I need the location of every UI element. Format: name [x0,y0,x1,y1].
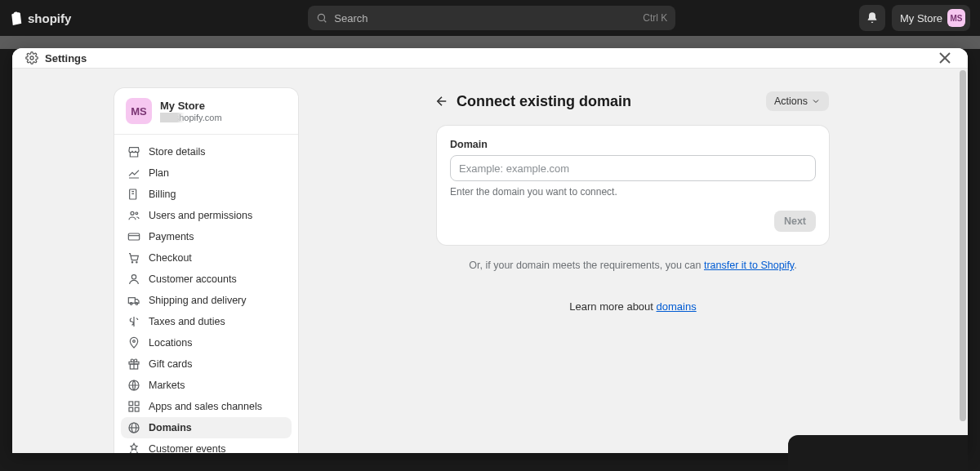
domains-help-link[interactable]: domains [657,300,697,313]
shipping-icon [127,294,140,307]
nav-label: Plan [149,167,169,179]
svg-line-1 [324,20,327,23]
store-url: .myshopify.com [160,113,222,122]
settings-nav: Store detailsPlanBillingUsers and permis… [114,135,298,453]
nav-label: Locations [149,337,193,349]
nav-label: Users and permissions [149,210,252,221]
nav-label: Checkout [149,252,192,264]
brand-logo[interactable]: shopify [10,11,71,25]
nav-label: Markets [149,380,185,391]
nav-label: Shipping and delivery [149,295,247,306]
nav-label: Apps and sales channels [149,401,262,412]
events-icon [127,442,140,453]
nav-label: Payments [149,231,194,242]
svg-rect-26 [135,407,139,411]
close-button[interactable] [935,48,955,68]
store-switcher[interactable]: My Store MS [892,5,970,31]
notifications-button[interactable] [859,5,885,31]
global-search[interactable]: Search Ctrl K [308,6,675,30]
page-title: Connect existing domain [457,93,631,110]
nav-label: Billing [149,189,176,200]
nav-label: Gift cards [149,358,193,370]
svg-point-18 [133,340,136,343]
plan-icon [127,167,140,180]
nav-item-store[interactable]: Store details [121,141,292,162]
sub-bar [0,36,980,49]
chevron-down-icon [811,96,821,106]
store-avatar: MS [126,98,152,124]
domain-input[interactable] [450,155,816,181]
nav-item-markets[interactable]: Markets [121,375,292,396]
locations-icon [127,336,140,349]
bottom-widget [788,435,968,471]
store-name-label: My Store [900,12,942,24]
svg-rect-5 [130,189,136,199]
top-bar: shopify Search Ctrl K My Store MS [0,0,980,36]
svg-point-13 [136,262,137,263]
next-button[interactable]: Next [774,211,816,232]
users-icon [127,209,140,222]
store-avatar-small: MS [947,9,965,27]
transfer-hint: Or, if your domain meets the requirement… [437,260,829,271]
markets-icon [127,379,140,392]
brand-name: shopify [28,11,71,25]
nav-item-events[interactable]: Customer events [121,438,292,453]
taxes-icon [127,315,140,328]
gift-icon [127,358,140,371]
domain-field-label: Domain [450,139,816,150]
search-placeholder: Search [334,12,368,24]
scrollbar-thumb[interactable] [960,70,966,421]
customer-icon [127,273,140,286]
svg-point-16 [130,303,132,305]
nav-item-locations[interactable]: Locations [121,332,292,353]
actions-menu[interactable]: Actions [766,91,829,111]
back-button[interactable] [432,91,452,111]
nav-item-plan[interactable]: Plan [121,162,292,184]
bell-icon [866,11,879,24]
nav-label: Customer events [149,443,225,453]
svg-point-9 [136,212,138,215]
svg-rect-24 [135,402,139,406]
nav-item-payments[interactable]: Payments [121,226,292,247]
apps-icon [127,400,140,413]
search-kbd: Ctrl K [643,12,667,24]
nav-item-taxes[interactable]: Taxes and duties [121,311,292,332]
svg-point-8 [131,211,134,215]
nav-label: Customer accounts [149,273,237,285]
nav-item-customer[interactable]: Customer accounts [121,269,292,290]
arrow-left-icon [434,94,449,109]
payments-icon [127,230,140,243]
modal-title: Settings [45,52,87,64]
svg-point-2 [30,56,33,60]
learn-more: Learn more about domains [437,300,829,313]
nav-item-shipping[interactable]: Shipping and delivery [121,290,292,311]
store-header[interactable]: MS My Store .myshopify.com [114,88,298,135]
nav-label: Domains [149,422,192,433]
gear-icon [25,51,38,64]
svg-point-17 [136,303,138,305]
svg-rect-10 [128,233,139,240]
domain-help-text: Enter the domain you want to connect. [450,186,816,198]
domains-icon [127,421,140,434]
store-name: My Store [160,100,222,113]
settings-modal: Settings MS My Store .myshopify.com Stor… [12,48,968,453]
settings-sidebar: MS My Store .myshopify.com Store details… [114,88,298,453]
nav-label: Taxes and duties [149,316,225,327]
modal-scrollbar[interactable] [958,69,968,453]
checkout-icon [127,251,140,264]
actions-label: Actions [774,96,808,107]
svg-point-14 [131,275,136,279]
svg-point-0 [318,14,325,20]
nav-item-gift[interactable]: Gift cards [121,353,292,375]
search-icon [316,12,327,24]
nav-item-billing[interactable]: Billing [121,184,292,205]
close-icon [935,48,955,68]
store-icon [127,145,140,158]
main-content: Connect existing domain Actions Domain E… [298,69,968,453]
nav-item-domains[interactable]: Domains [121,417,292,438]
nav-item-checkout[interactable]: Checkout [121,247,292,269]
transfer-link[interactable]: transfer it to Shopify [704,260,794,271]
nav-item-apps[interactable]: Apps and sales channels [121,396,292,417]
svg-rect-25 [129,407,133,411]
nav-item-users[interactable]: Users and permissions [121,205,292,226]
